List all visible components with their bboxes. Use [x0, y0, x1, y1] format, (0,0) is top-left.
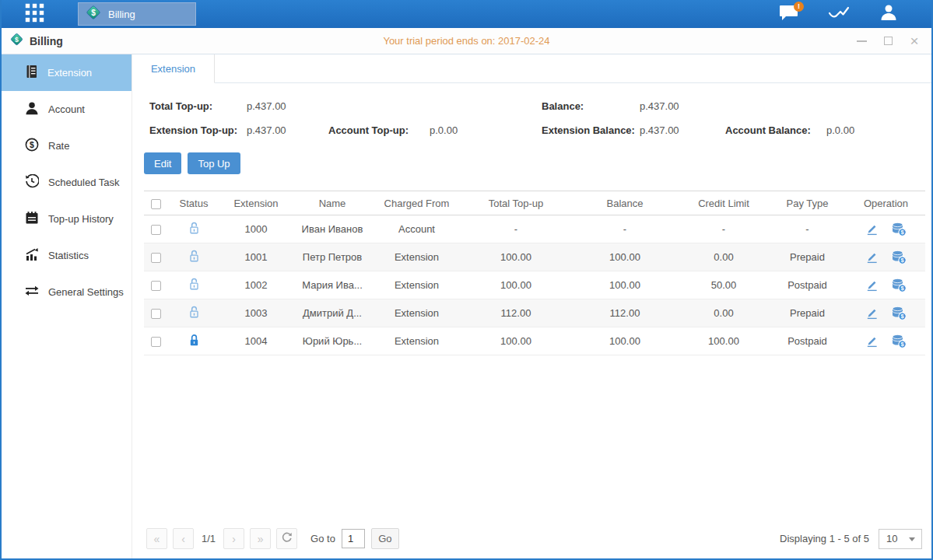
cell-name: Петр Петров [293, 243, 372, 271]
table-row: 1002 Мария Ива... Extension 100.00 100.0… [144, 271, 925, 299]
window-title-bar: $ Billing Your trial period ends on: 201… [2, 28, 931, 54]
cell-balance: 100.00 [570, 327, 679, 355]
account-topup-value: p.0.00 [430, 124, 458, 136]
monitor-chart-icon [828, 4, 850, 24]
cell-name: Мария Ива... [293, 271, 372, 299]
user-menu-button[interactable] [877, 3, 900, 25]
sidebar-item-account[interactable]: Account [2, 91, 132, 128]
edit-pencil-icon[interactable] [865, 250, 879, 264]
cell-pay-type: Postpaid [768, 327, 847, 355]
last-page-button[interactable]: » [250, 528, 271, 549]
extension-balance-label: Extension Balance: [542, 124, 640, 136]
cell-extension: 1002 [219, 271, 293, 299]
app-window: $ Billing ! [0, 0, 933, 560]
col-extension: Extension [219, 191, 293, 215]
row-checkbox[interactable] [151, 253, 161, 263]
lock-open-icon [188, 282, 200, 293]
col-name: Name [293, 191, 372, 215]
top-up-button[interactable]: Top Up [188, 152, 240, 174]
cell-credit-limit: 100.00 [679, 327, 768, 355]
sidebar-item-topup-history[interactable]: Top-up History [2, 201, 132, 237]
table-row: 1000 Иван Иванов Account - - - - $ [144, 215, 925, 243]
apps-menu-button[interactable] [19, 2, 50, 26]
cell-name: Юрий Юрь... [293, 327, 372, 355]
sidebar-item-rate[interactable]: $ Rate [2, 128, 132, 164]
cell-pay-type: Prepaid [768, 243, 847, 271]
edit-pencil-icon[interactable] [865, 278, 879, 292]
total-topup-value: p.437.00 [247, 100, 286, 112]
cell-extension: 1000 [219, 215, 293, 243]
cell-balance: 100.00 [570, 243, 679, 271]
topup-coins-icon[interactable]: $ [891, 306, 907, 320]
edit-pencil-icon[interactable] [865, 222, 879, 236]
sidebar: Extension Account $ Rate [2, 54, 132, 558]
balance-label: Balance: [542, 100, 640, 112]
displaying-range: Displaying 1 - 5 of 5 [780, 533, 869, 544]
notifications-button[interactable]: ! [777, 3, 801, 25]
topup-coins-icon[interactable]: $ [891, 250, 907, 264]
total-topup-label: Total Top-up: [149, 100, 247, 112]
tab-extension[interactable]: Extension [132, 54, 215, 83]
maximize-button[interactable] [882, 35, 894, 47]
row-checkbox[interactable] [151, 337, 161, 347]
sidebar-item-scheduled-task[interactable]: Scheduled Task [2, 164, 132, 201]
cell-charged-from: Extension [372, 299, 461, 327]
go-button[interactable]: Go [371, 528, 399, 549]
close-button[interactable]: × [908, 35, 921, 47]
cell-charged-from: Account [372, 215, 461, 243]
account-person-icon [25, 101, 39, 117]
col-charged-from: Charged From [372, 191, 461, 215]
cell-pay-type: Postpaid [768, 271, 847, 299]
lock-closed-icon [188, 338, 200, 349]
next-page-button[interactable]: › [223, 528, 244, 549]
cell-charged-from: Extension [372, 243, 461, 271]
topup-coins-icon[interactable]: $ [891, 278, 907, 292]
cell-name: Дмитрий Д... [293, 299, 372, 327]
edit-pencil-icon[interactable] [865, 334, 879, 348]
balance-value: p.437.00 [640, 100, 679, 112]
sidebar-item-label: Account [48, 103, 85, 115]
top-bar: $ Billing ! [2, 0, 931, 28]
taskbar-tab-billing[interactable]: $ Billing [78, 2, 196, 26]
select-all-checkbox[interactable] [151, 199, 161, 209]
edit-button[interactable]: Edit [144, 152, 181, 174]
cell-balance: 100.00 [570, 271, 679, 299]
account-balance-label: Account Balance: [725, 124, 826, 136]
prev-page-button[interactable]: ‹ [173, 528, 194, 549]
sidebar-item-label: Extension [47, 67, 92, 79]
balance-summary: Total Top-up: p.437.00 Extension Top-up:… [132, 83, 931, 142]
pagination-bar: « ‹ 1/1 › » Go to Go Display [132, 528, 931, 558]
goto-label: Go to [310, 533, 335, 544]
lock-open-icon [188, 310, 200, 321]
row-checkbox[interactable] [151, 309, 161, 319]
cell-pay-type: - [768, 215, 847, 243]
user-icon [879, 3, 898, 25]
svg-text:$: $ [15, 36, 19, 44]
topup-coins-icon[interactable]: $ [891, 222, 907, 236]
monitor-button[interactable] [827, 3, 851, 25]
main-panel: Extension Total Top-up: p.437.00 Extensi… [132, 54, 931, 558]
apps-grid-icon [24, 2, 45, 26]
extension-table: Status Extension Name Charged From Total… [144, 191, 922, 355]
edit-pencil-icon[interactable] [865, 306, 879, 320]
refresh-button[interactable] [276, 528, 297, 549]
sidebar-item-statistics[interactable]: Statistics [2, 237, 132, 274]
goto-page-input[interactable] [342, 529, 365, 548]
cell-credit-limit: 50.00 [679, 271, 768, 299]
first-page-button[interactable]: « [146, 528, 167, 549]
cell-total-topup: 100.00 [461, 243, 570, 271]
minimize-button[interactable] [855, 35, 868, 47]
scheduled-task-clock-icon [25, 174, 39, 191]
page-size-select[interactable]: 10 [879, 529, 922, 549]
table-row: 1001 Петр Петров Extension 100.00 100.00… [144, 243, 925, 271]
tab-strip: Extension [132, 54, 931, 83]
col-status: Status [168, 191, 219, 215]
cell-total-topup: 100.00 [461, 271, 570, 299]
cell-extension: 1004 [219, 327, 293, 355]
sidebar-item-extension[interactable]: Extension [2, 54, 132, 91]
row-checkbox[interactable] [151, 225, 161, 235]
topup-coins-icon[interactable]: $ [891, 334, 907, 348]
row-checkbox[interactable] [151, 281, 161, 291]
sidebar-item-general-settings[interactable]: General Settings [2, 274, 132, 310]
sidebar-item-label: Top-up History [48, 213, 114, 225]
